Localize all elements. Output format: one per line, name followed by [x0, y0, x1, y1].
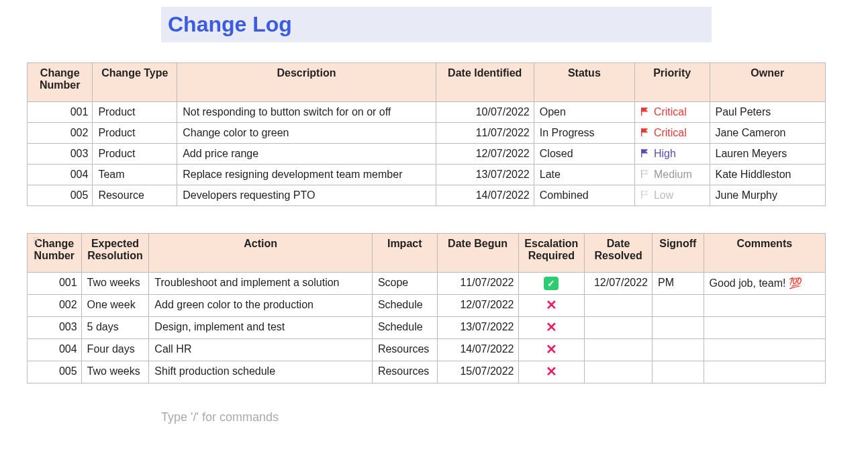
table-row: 004Four daysCall HRResources14/07/2022✕ — [28, 339, 826, 361]
cell-priority: High — [634, 144, 710, 165]
cell-signoff — [652, 317, 704, 339]
cell-status: In Progress — [534, 123, 634, 144]
cell-status: Open — [534, 102, 634, 123]
flag-icon — [640, 169, 654, 180]
cell-date-resolved — [585, 295, 653, 317]
cell-description: Replace resigning development team membe… — [177, 165, 436, 185]
cell-description: Change color to green — [177, 123, 436, 144]
table-row: 001ProductNot responding to button switc… — [28, 102, 826, 123]
x-icon: ✕ — [546, 298, 557, 312]
cell-comments — [704, 317, 825, 339]
cell-action: Add green color to the production — [149, 295, 373, 317]
cell-priority: Critical — [634, 123, 710, 144]
cell-description: Not responding to button switch for on o… — [177, 102, 436, 123]
cell-change-type: Product — [93, 102, 177, 123]
change-log-table-2: Change NumberExpected ResolutionActionIm… — [27, 233, 826, 383]
cell-change-number: 002 — [28, 123, 93, 144]
table-row: 001Two weeksTroubleshoot and implement a… — [28, 273, 826, 295]
flag-icon — [640, 189, 654, 201]
page-title-bar: Change Log — [161, 7, 712, 42]
cell-date-identified: 12/07/2022 — [436, 144, 534, 165]
cell-change-number: 003 — [28, 144, 93, 165]
cell-expected-resolution: Two weeks — [81, 361, 149, 383]
cell-impact: Schedule — [372, 295, 437, 317]
cell-description: Developers requesting PTO — [177, 185, 436, 206]
cell-comments — [704, 361, 825, 383]
cell-signoff: PM — [652, 273, 704, 295]
flag-icon — [640, 106, 654, 118]
cell-status: Closed — [534, 144, 634, 165]
cell-expected-resolution: One week — [81, 295, 149, 317]
cell-signoff — [652, 339, 704, 361]
check-icon: ✓ — [544, 277, 559, 290]
cell-action: Call HR — [149, 339, 373, 361]
cell-change-number: 005 — [28, 185, 93, 206]
t2-header: Date Begun — [437, 234, 518, 273]
cell-status: Late — [534, 165, 634, 185]
cell-change-number: 004 — [28, 339, 82, 361]
cell-escalation: ✕ — [518, 295, 585, 317]
cell-signoff — [652, 361, 704, 383]
page-title: Change Log — [168, 12, 705, 37]
cell-date-identified: 11/07/2022 — [436, 123, 534, 144]
cell-change-type: Team — [93, 165, 177, 185]
cell-date-begun: 11/07/2022 — [437, 273, 518, 295]
cell-priority: Critical — [634, 102, 710, 123]
cell-priority: Low — [634, 185, 710, 206]
x-icon: ✕ — [546, 364, 557, 379]
t2-header: Impact — [372, 234, 437, 273]
cell-change-number: 003 — [28, 317, 82, 339]
cell-owner: Kate Hiddleston — [710, 165, 826, 185]
cell-comments — [704, 339, 825, 361]
cell-date-resolved: 12/07/2022 — [585, 273, 653, 295]
t1-header: Priority — [634, 63, 710, 102]
cell-expected-resolution: Two weeks — [81, 273, 149, 295]
cell-date-begun: 14/07/2022 — [437, 339, 518, 361]
cell-owner: Paul Peters — [710, 102, 826, 123]
t1-header: Description — [177, 63, 436, 102]
cell-owner: Lauren Meyers — [710, 144, 826, 165]
cell-signoff — [652, 295, 704, 317]
cell-change-type: Product — [93, 144, 177, 165]
cell-change-number: 005 — [28, 361, 82, 383]
cell-change-number: 001 — [28, 102, 93, 123]
table-row: 002One weekAdd green color to the produc… — [28, 295, 826, 317]
cell-escalation: ✕ — [518, 361, 585, 383]
cell-impact: Resources — [372, 361, 437, 383]
cell-escalation: ✕ — [518, 339, 585, 361]
cell-change-type: Product — [93, 123, 177, 144]
table-row: 002ProductChange color to green11/07/202… — [28, 123, 826, 144]
cell-date-resolved — [585, 339, 653, 361]
flag-icon — [640, 127, 654, 138]
cell-date-begun: 12/07/2022 — [437, 295, 518, 317]
table-row: 005Two weeksShift production scheduleRes… — [28, 361, 826, 383]
cell-owner: Jane Cameron — [710, 123, 826, 144]
cell-change-number: 001 — [28, 273, 82, 295]
t1-header: Owner — [710, 63, 826, 102]
x-icon: ✕ — [546, 342, 557, 357]
flag-icon — [640, 148, 654, 159]
cell-date-begun: 15/07/2022 — [437, 361, 518, 383]
cell-date-resolved — [585, 361, 653, 383]
cell-change-type: Resource — [93, 185, 177, 206]
t2-header: Action — [149, 234, 373, 273]
cell-comments: Good job, team! 💯 — [704, 273, 825, 295]
cell-date-identified: 10/07/2022 — [436, 102, 534, 123]
cell-owner: June Murphy — [710, 185, 826, 206]
table-row: 004TeamReplace resigning development tea… — [28, 165, 826, 185]
t1-header: Change Type — [93, 63, 177, 102]
cell-date-identified: 13/07/2022 — [436, 165, 534, 185]
t1-header: Change Number — [28, 63, 93, 102]
table-row: 0035 daysDesign, implement and testSched… — [28, 317, 826, 339]
cell-date-resolved — [585, 317, 653, 339]
cell-escalation: ✓ — [518, 273, 585, 295]
x-icon: ✕ — [546, 320, 557, 334]
t2-header: Escalation Required — [518, 234, 585, 273]
command-input[interactable]: Type '/' for commands — [161, 410, 841, 424]
cell-date-begun: 13/07/2022 — [437, 317, 518, 339]
t1-header: Status — [534, 63, 634, 102]
drag-handle-icon[interactable]: ⠿ — [32, 236, 39, 246]
cell-change-number: 002 — [28, 295, 82, 317]
cell-action: Troubleshoot and implement a solution — [149, 273, 373, 295]
cell-change-number: 004 — [28, 165, 93, 185]
